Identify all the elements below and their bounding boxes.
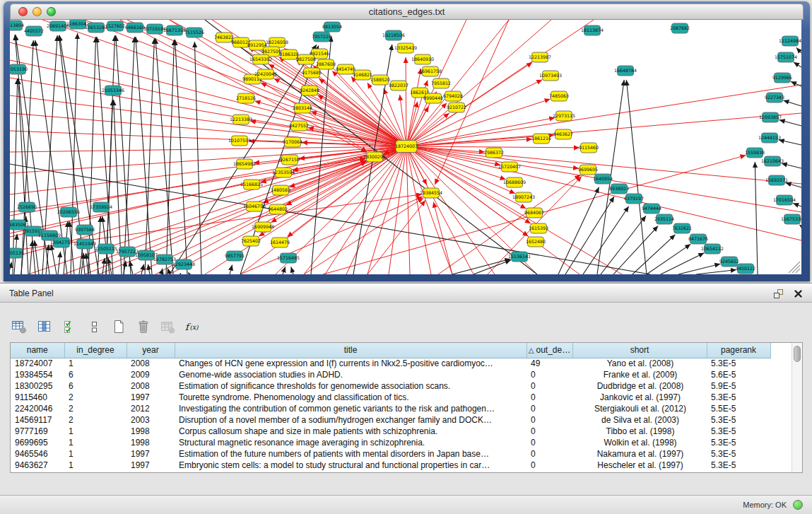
graph-edge[interactable] (127, 20, 406, 146)
table-cell[interactable]: 9463627 (11, 460, 64, 471)
delete-table-icon[interactable] (158, 318, 177, 335)
graph-edge[interactable] (155, 161, 367, 274)
table-cell[interactable]: 0 (526, 414, 572, 426)
graph-node[interactable]: 9644802 (268, 204, 288, 214)
graph-node[interactable]: 4405572 (24, 26, 44, 36)
graph-node[interactable]: 18300295 (363, 152, 386, 162)
graph-node[interactable]: 9210722 (447, 103, 466, 112)
table-cell[interactable]: 1 (64, 448, 126, 460)
table-row[interactable]: 946362711997Embryonic stem cells: a mode… (11, 460, 770, 471)
table-cell[interactable]: Nakamura et al. (1997) (572, 448, 707, 460)
graph-node[interactable]: 12353594 (272, 168, 295, 177)
graph-node[interactable]: 18907243 (512, 192, 535, 202)
table-cell[interactable]: Disruption of a novel member of a sodium… (175, 414, 526, 426)
table-cell[interactable]: 14569117 (11, 414, 64, 426)
graph-node[interactable]: 10653287 (85, 23, 107, 33)
table-cell[interactable]: Yano et al. (2008) (572, 358, 707, 369)
zoom-window-button[interactable] (47, 7, 56, 16)
graph-node[interactable]: 12505115 (95, 244, 117, 254)
table-cell[interactable]: Hescheler et al. (1997) (572, 460, 707, 471)
graph-node[interactable]: 7986372 (484, 148, 504, 158)
table-cell[interactable]: 5.3E-5 (707, 460, 770, 471)
table-cell[interactable]: Estimation of significance thresholds fo… (175, 380, 526, 392)
graph-node[interactable]: 10688609 (503, 177, 526, 187)
graph-edge[interactable] (10, 146, 406, 194)
close-panel-icon[interactable] (792, 288, 804, 299)
new-table-icon[interactable] (109, 318, 128, 335)
graph-edge[interactable] (141, 264, 144, 274)
graph-node[interactable]: 5905135 (10, 248, 24, 258)
table-cell[interactable]: 2009 (126, 369, 175, 380)
graph-edge[interactable] (782, 163, 801, 168)
table-cell[interactable]: 18300295 (11, 380, 64, 392)
column-header[interactable]: year (126, 343, 175, 358)
network-window-titlebar[interactable]: citations_edges.txt (10, 4, 804, 20)
table-cell[interactable]: 5.3E-5 (707, 392, 770, 403)
table-cell[interactable]: 0 (526, 380, 572, 392)
graph-node[interactable]: 9822037 (389, 81, 408, 90)
graph-node[interactable]: 16543392 (249, 54, 272, 64)
graph-edge[interactable] (779, 119, 801, 126)
table-cell[interactable]: 2 (64, 414, 126, 426)
graph-node[interactable]: 11675338 (781, 214, 801, 224)
graph-node[interactable]: 16961758 (419, 66, 442, 76)
graph-edge[interactable] (613, 226, 658, 274)
graph-node[interactable]: 9267150 (280, 155, 300, 165)
table-cell[interactable]: Jankovic et al. (1997) (572, 392, 707, 403)
graph-edge[interactable] (406, 146, 410, 274)
graph-node[interactable]: 18640910 (411, 54, 434, 64)
table-cell[interactable]: 2008 (126, 358, 175, 369)
table-cell[interactable]: 22420046 (11, 403, 64, 414)
table-cell[interactable]: 1 (64, 437, 126, 448)
resize-grip-icon[interactable] (789, 262, 800, 273)
graph-node[interactable]: 16210643 (761, 156, 784, 166)
graph-edge[interactable] (793, 204, 801, 206)
table-cell[interactable]: 1 (64, 460, 126, 471)
table-cell[interactable]: 9115460 (11, 392, 64, 403)
table-cell[interactable]: 18724007 (11, 358, 64, 369)
graph-node[interactable]: 9699695 (578, 165, 598, 175)
graph-node[interactable]: 9397588 (75, 225, 95, 235)
table-cell[interactable]: 5.3E-5 (707, 358, 770, 369)
table-cell[interactable]: 5.3E-5 (707, 426, 770, 437)
table-cell[interactable]: Dudbridge et al. (2008) (572, 380, 707, 392)
graph-node[interactable]: 1559838 (745, 148, 765, 158)
graph-edge[interactable] (13, 78, 18, 274)
graph-node[interactable]: 15166825 (240, 180, 263, 189)
table-cell[interactable]: 9699695 (11, 437, 64, 448)
table-cell[interactable]: 0 (526, 426, 572, 437)
graph-node[interactable]: 12973115 (553, 111, 575, 121)
graph-edge[interactable] (291, 267, 293, 274)
table-row[interactable]: 2242004622012Investigating the contribut… (11, 403, 770, 414)
table-cell[interactable]: 0 (526, 369, 572, 380)
graph-node[interactable]: 12444153 (758, 133, 781, 143)
table-vertical-scrollbar[interactable] (792, 343, 802, 472)
graph-node[interactable]: 22420046 (254, 69, 277, 79)
graph-node[interactable]: 9227343 (765, 93, 784, 103)
table-cell[interactable]: de Silva et al. (2003) (572, 414, 707, 426)
graph-node[interactable]: 1861216 (531, 134, 551, 144)
graph-node[interactable]: 13325419 (394, 43, 417, 53)
graph-node[interactable]: 17359924 (90, 202, 112, 212)
graph-node[interactable]: 10973493 (539, 71, 562, 81)
graph-edge[interactable] (796, 47, 801, 53)
table-cell[interactable]: 0 (526, 460, 572, 471)
graph-node[interactable]: 18654982 (233, 159, 256, 169)
function-builder-icon[interactable]: f (x) (183, 318, 202, 335)
graph-node[interactable]: 15716485 (277, 253, 300, 263)
graph-node[interactable]: 20206556 (57, 207, 80, 217)
graph-node[interactable]: 11451943 (73, 239, 96, 249)
table-cell[interactable]: 5.3E-5 (707, 414, 770, 426)
graph-node[interactable]: 7485063 (549, 91, 569, 101)
graph-node[interactable]: 9827508 (296, 54, 316, 64)
table-cell[interactable]: 9465546 (11, 448, 64, 460)
graph-edge[interactable] (661, 253, 704, 274)
graph-node[interactable]: 1615393 (529, 223, 548, 233)
graph-node[interactable]: 11124984 (779, 36, 801, 46)
table-cell[interactable]: Stergiakouli et al. (2012) (572, 403, 707, 414)
graph-edge[interactable] (51, 245, 57, 274)
table-cell[interactable]: Wolkin et al. (1998) (572, 437, 707, 448)
table-row[interactable]: 1872400712008Changes of HCN gene express… (11, 358, 770, 369)
graph-node[interactable]: 8313804 (10, 21, 24, 30)
graph-edge[interactable] (194, 42, 201, 274)
